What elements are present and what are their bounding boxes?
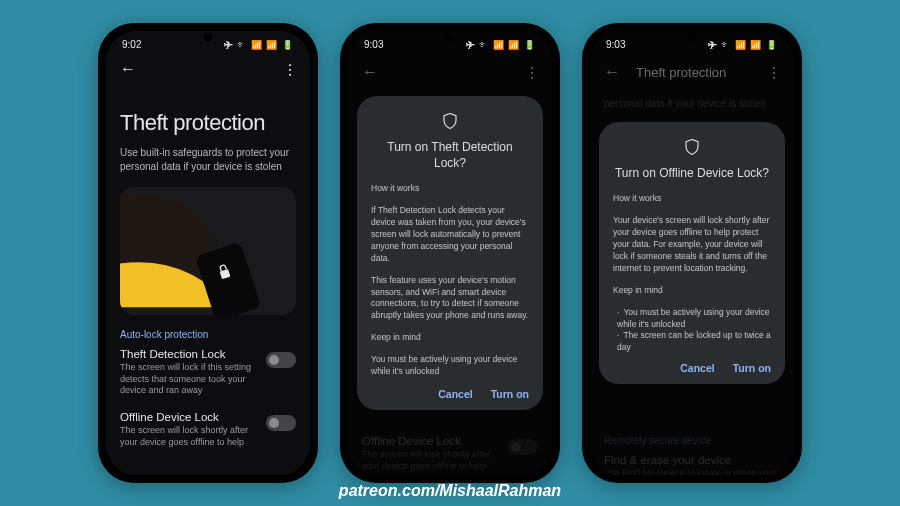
dialog-paragraph: Your device's screen will lock shortly a… — [613, 215, 771, 274]
watermark-text: patreon.com/MishaalRahman — [339, 482, 561, 500]
clock: 9:03 — [364, 39, 383, 50]
dialog-actions: Cancel Turn on — [613, 362, 771, 374]
camera-hole — [446, 33, 454, 41]
screen-3: ← Theft protection ⋯ personal data if yo… — [590, 31, 794, 475]
confirm-button[interactable]: Turn on — [733, 362, 771, 374]
dialog-bullet: You must be actively using your device w… — [371, 354, 529, 378]
phone-1: 9:02 ✈ ᯤ 📶 📶 🔋 ← ⋯ Theft protection Use … — [98, 23, 318, 483]
hero-illustration — [120, 187, 296, 315]
toggle-offline-lock[interactable] — [266, 415, 296, 431]
dialog-paragraph: If Theft Detection Lock detects your dev… — [371, 205, 529, 264]
dialog-bullet: You must be actively using your device w… — [617, 307, 771, 331]
page-title: Theft protection — [120, 110, 296, 136]
status-icons: ✈ ᯤ 📶 📶 🔋 — [466, 40, 536, 50]
setting-title: Theft Detection Lock — [120, 348, 258, 360]
section-label: Auto-lock protection — [120, 329, 296, 340]
dialog-bullet: The screen can be locked up to twice a d… — [617, 330, 771, 354]
confirm-button[interactable]: Turn on — [491, 388, 529, 400]
content-area: Theft protection Use built-in safeguards… — [106, 82, 310, 462]
keep-in-mind-label: Keep in mind — [371, 332, 529, 344]
page-subtitle: Use built-in safeguards to protect your … — [120, 146, 296, 173]
setting-offline-lock[interactable]: Offline Device Lock The screen will lock… — [120, 411, 296, 448]
app-bar: ← ⋯ — [106, 54, 310, 82]
how-it-works-label: How it works — [613, 193, 771, 205]
dialog-title: Turn on Offline Device Lock? — [613, 166, 771, 182]
toggle-theft-detection[interactable] — [266, 352, 296, 368]
screen-1: 9:02 ✈ ᯤ 📶 📶 🔋 ← ⋯ Theft protection Use … — [106, 31, 310, 475]
dialog-scrim[interactable]: Turn on Offline Device Lock? How it work… — [590, 31, 794, 475]
shield-icon — [371, 112, 529, 130]
dialog-offline-lock: Turn on Offline Device Lock? How it work… — [599, 122, 785, 384]
more-button[interactable]: ⋯ — [282, 63, 298, 75]
phone-2: ← ⋯ Offline Device Lock The screen will … — [340, 23, 560, 483]
clock: 9:02 — [122, 39, 141, 50]
camera-hole — [204, 33, 212, 41]
setting-desc: The screen will lock shortly after your … — [120, 425, 258, 448]
dialog-scrim[interactable]: Turn on Theft Detection Lock? How it wor… — [348, 31, 552, 475]
cancel-button[interactable]: Cancel — [680, 362, 714, 374]
keep-in-mind-label: Keep in mind — [613, 285, 771, 297]
how-it-works-label: How it works — [371, 183, 529, 195]
cancel-button[interactable]: Cancel — [438, 388, 472, 400]
dialog-body: How it works If Theft Detection Lock det… — [371, 183, 529, 378]
shield-icon — [613, 138, 771, 156]
status-icons: ✈ ᯤ 📶 📶 🔋 — [708, 40, 778, 50]
dialog-title: Turn on Theft Detection Lock? — [371, 140, 529, 171]
clock: 9:03 — [606, 39, 625, 50]
status-icons: ✈ ᯤ 📶 📶 🔋 — [224, 40, 294, 50]
dialog-actions: Cancel Turn on — [371, 388, 529, 400]
back-button[interactable]: ← — [120, 60, 136, 78]
phone-3: ← Theft protection ⋯ personal data if yo… — [582, 23, 802, 483]
dialog-body: How it works Your device's screen will l… — [613, 193, 771, 354]
setting-title: Offline Device Lock — [120, 411, 258, 423]
dialog-paragraph: This feature uses your device's motion s… — [371, 275, 529, 323]
setting-desc: The screen will lock if this setting det… — [120, 362, 258, 397]
camera-hole — [688, 33, 696, 41]
setting-theft-detection[interactable]: Theft Detection Lock The screen will loc… — [120, 348, 296, 397]
screen-2: ← ⋯ Offline Device Lock The screen will … — [348, 31, 552, 475]
dialog-theft-detection: Turn on Theft Detection Lock? How it wor… — [357, 96, 543, 410]
